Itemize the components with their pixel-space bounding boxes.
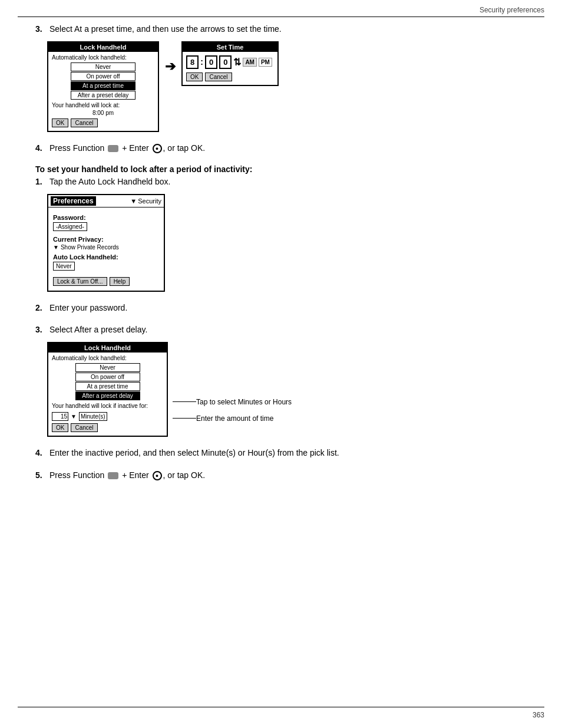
step-number-4a: 4. [35,143,47,153]
option-preset-delay-1[interactable]: After a preset delay [71,91,135,100]
set-time-dialog: Set Time 8 : 0 0 ⇅ AM PM OK Cancel [181,41,279,86]
set-time-body: 8 : 0 0 ⇅ AM PM OK Cancel [183,52,277,85]
main-content: 3. Select At a preset time, and then use… [35,24,538,699]
prefs-password-value[interactable]: -Assigned- [53,222,87,231]
lock-cancel-btn-2[interactable]: Cancel [71,423,97,432]
callout-row-1: Tap to select Minutes or Hours [173,398,292,406]
prefs-auto-lock-value[interactable]: Never [53,262,75,271]
am-label[interactable]: AM [243,58,257,67]
set-time-cancel-btn[interactable]: Cancel [205,73,232,81]
right-arrow-icon: ➔ [165,59,176,74]
lock-buttons-2: OK Cancel [52,423,163,432]
step-number-2: 2. [35,303,47,312]
step-text-5: Press Function + Enter ●, or tap OK. [49,470,205,482]
time-up-down-icon[interactable]: ⇅ [233,57,241,68]
step-text-3a: Select At a preset time, and then use th… [49,24,282,35]
enter-icon-2: ● [153,471,162,480]
privacy-arrow-icon: ▼ [53,244,59,251]
lock-handheld-title-2: Lock Handheld [48,343,167,353]
step-4b: 4. Enter the inactive period, and then s… [35,447,538,459]
step-3-preset-time: 3. Select At a preset time, and then use… [35,24,538,132]
pm-label[interactable]: PM [259,58,272,67]
step-text-2: Enter your password. [49,302,127,314]
lock-handheld-body-2: Automatically lock handheld: Never On po… [48,353,167,436]
step-number-4b: 4. [35,448,47,457]
step-text-1: Tap the Auto Lock Handheld box. [49,176,170,188]
footer-divider [18,707,544,707]
prefs-auto-lock-label: Auto Lock Handheld: [53,253,159,261]
step-4a: 4. Press Function + Enter ●, or tap OK. [35,143,538,154]
screenshot-area-prefs: Preferences ▼ Security Password: -Assign… [47,194,538,292]
step-3-select-after: 3. Select After a preset delay. Lock Han… [35,324,538,437]
dropdown-arrow-icon: ▼ [130,197,137,205]
callout-area: Tap to select Minutes or Hours Enter the… [173,398,292,423]
step-2-enter-password: 2. Enter your password. [35,302,538,314]
callout-line-2 [173,418,196,419]
option-power-off-2[interactable]: On power off [75,373,140,381]
minute-select[interactable]: Minute(s) [79,412,107,421]
prefs-privacy-value: ▼ Show Private Records [53,244,159,251]
step-text-4a: Press Function + Enter ●, or tap OK. [49,143,205,154]
inactive-row: 15 ▼ Minute(s) [52,412,163,421]
time-colon: : [200,57,203,67]
option-preset-delay-2[interactable]: After a preset delay [75,391,140,400]
prefs-security-label: ▼ Security [130,197,161,205]
lock-handheld-title-1: Lock Handheld [48,42,158,52]
inactive-label: Your handheld will lock if inactive for: [52,403,163,409]
lock-time-1: 8:00 pm [52,110,154,116]
time-min2[interactable]: 0 [219,55,232,69]
auto-label-1: Automatically lock handheld: [52,54,154,61]
preferences-dialog: Preferences ▼ Security Password: -Assign… [47,194,165,292]
time-display: 8 : 0 0 ⇅ AM PM [186,55,274,69]
prefs-buttons: Lock & Turn Off... Help [53,277,159,286]
prefs-body: Password: -Assigned- Current Privacy: ▼ … [48,207,164,291]
set-time-buttons: OK Cancel [186,73,274,81]
prefs-privacy-label: Current Privacy: [53,236,159,243]
screenshot-area-2: Lock Handheld Automatically lock handhel… [47,342,538,437]
time-hour[interactable]: 8 [186,55,199,69]
option-power-off-1[interactable]: On power off [71,72,135,81]
lock-ok-btn-1[interactable]: OK [52,118,68,127]
step-number-1: 1. [35,177,47,186]
header-divider [18,17,544,17]
down-arrow-icon: ▼ [71,413,77,420]
step-5: 5. Press Function + Enter ●, or tap OK. [35,470,538,482]
lock-cancel-btn-1[interactable]: Cancel [71,118,97,127]
step-text-3b: Select After a preset delay. [49,324,147,336]
prefs-password-label: Password: [53,214,159,221]
lock-ok-btn-2[interactable]: OK [52,423,68,432]
prefs-title-bar: Preferences ▼ Security [48,195,164,207]
set-time-ok-btn[interactable]: OK [186,73,203,81]
page-header-title: Security preferences [480,6,544,14]
function-key-icon-1 [108,145,118,152]
option-never-1[interactable]: Never [71,62,135,71]
prefs-help-btn[interactable]: Help [110,277,130,286]
callout-text-enter-amount: Enter the amount of time [196,414,273,423]
section-heading: To set your handheld to lock after a per… [35,164,538,174]
lock-handheld-dialog-2: Lock Handheld Automatically lock handhel… [47,342,168,437]
option-preset-time-2[interactable]: At a preset time [75,382,140,391]
lock-footer-label-1: Your handheld will lock at: [52,102,154,108]
callout-text-tap-select: Tap to select Minutes or Hours [196,398,292,406]
lock-buttons-1: OK Cancel [52,118,154,127]
page-number: 363 [533,711,544,719]
prefs-title-text: Preferences [51,196,96,206]
prefs-lock-btn[interactable]: Lock & Turn Off... [53,277,107,286]
callout-row-2: Enter the amount of time [173,414,292,423]
set-time-title: Set Time [183,42,277,52]
step-text-4b: Enter the inactive period, and then sele… [49,447,339,459]
step-number-3b: 3. [35,325,47,334]
lock-handheld-body-1: Automatically lock handheld: Never On po… [48,52,158,131]
arrow-1: ➔ [159,59,181,74]
function-key-icon-2 [108,472,118,479]
time-min1[interactable]: 0 [205,55,217,69]
inactive-value[interactable]: 15 [52,412,68,421]
step-number-3a: 3. [35,24,47,34]
callout-line-1 [173,401,196,402]
option-never-2[interactable]: Never [75,363,140,372]
lock-handheld-dialog-1: Lock Handheld Automatically lock handhel… [47,41,159,132]
step-1-tap-auto: 1. Tap the Auto Lock Handheld box. Prefe… [35,176,538,292]
screenshot-area-1: Lock Handheld Automatically lock handhel… [47,41,538,132]
option-preset-time-1[interactable]: At a preset time [71,81,135,90]
step-number-5: 5. [35,470,47,480]
